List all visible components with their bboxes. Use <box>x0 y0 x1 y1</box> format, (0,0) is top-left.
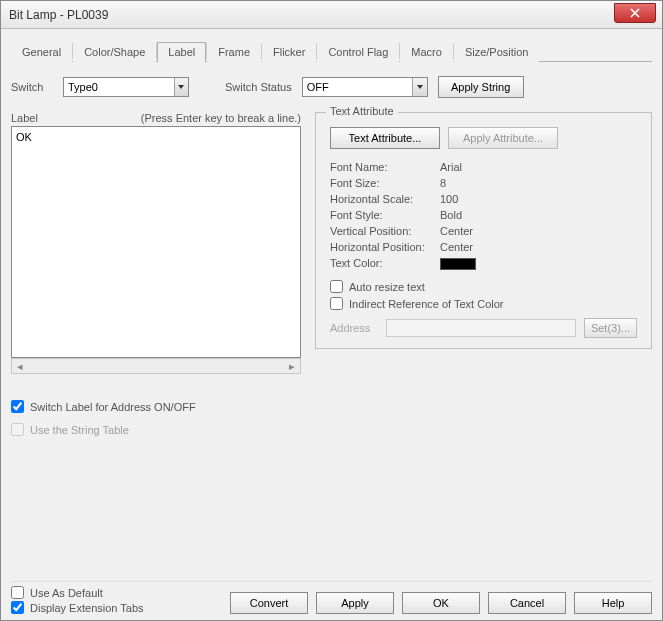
text-attribute-buttons: Text Attribute... Apply Attribute... <box>330 127 637 149</box>
font-name-value: Arial <box>440 161 637 173</box>
indirect-ref-input[interactable] <box>330 297 343 310</box>
close-button[interactable] <box>614 3 656 23</box>
switch-label-onoff-label: Switch Label for Address ON/OFF <box>30 401 196 413</box>
color-swatch <box>440 258 476 270</box>
use-string-table-label: Use the String Table <box>30 424 129 436</box>
ok-button[interactable]: OK <box>402 592 480 614</box>
text-attribute-button[interactable]: Text Attribute... <box>330 127 440 149</box>
address-row: Address Set(3)... <box>330 318 637 338</box>
text-attribute-legend: Text Attribute <box>326 105 398 117</box>
switch-combo[interactable] <box>63 77 189 97</box>
titlebar: Bit Lamp - PL0039 <box>1 1 662 29</box>
use-as-default-label: Use As Default <box>30 587 103 599</box>
chevron-down-icon[interactable] <box>412 78 426 96</box>
horizontal-scrollbar[interactable]: ◂ ▸ <box>11 358 301 374</box>
label-textarea[interactable]: OK <box>11 126 301 358</box>
font-style-label: Font Style: <box>330 209 440 221</box>
below-options: Switch Label for Address ON/OFF Use the … <box>11 400 652 436</box>
tab-label[interactable]: Label <box>157 42 206 62</box>
bottom-left: Use As Default Display Extension Tabs <box>11 586 144 614</box>
switch-status-input[interactable] <box>303 78 413 96</box>
scroll-left-icon[interactable]: ◂ <box>12 359 28 373</box>
hpos-value: Center <box>440 241 637 253</box>
label-column: Label (Press Enter key to break a line.)… <box>11 112 301 374</box>
tcolor-label: Text Color: <box>330 257 440 270</box>
vpos-value: Center <box>440 225 637 237</box>
scroll-right-icon[interactable]: ▸ <box>284 359 300 373</box>
tab-size-position[interactable]: Size/Position <box>454 42 540 62</box>
display-ext-tabs-input[interactable] <box>11 601 24 614</box>
cancel-button[interactable]: Cancel <box>488 592 566 614</box>
indirect-ref-checkbox[interactable]: Indirect Reference of Text Color <box>330 297 637 310</box>
attribute-table: Font Name: Arial Font Size: 8 Horizontal… <box>330 161 637 270</box>
vpos-label: Vertical Position: <box>330 225 440 237</box>
main-columns: Label (Press Enter key to break a line.)… <box>11 112 652 374</box>
text-attribute-group: Text Attribute Text Attribute... Apply A… <box>315 112 652 349</box>
label-header: Label (Press Enter key to break a line.) <box>11 112 301 124</box>
help-button[interactable]: Help <box>574 592 652 614</box>
font-size-value: 8 <box>440 177 637 189</box>
label-caption: Label <box>11 112 38 124</box>
address-field <box>386 319 576 337</box>
hscale-label: Horizontal Scale: <box>330 193 440 205</box>
indirect-ref-label: Indirect Reference of Text Color <box>349 298 503 310</box>
tab-frame[interactable]: Frame <box>207 42 261 62</box>
auto-resize-label: Auto resize text <box>349 281 425 293</box>
tab-macro[interactable]: Macro <box>400 42 453 62</box>
use-as-default-checkbox[interactable]: Use As Default <box>11 586 144 599</box>
switch-label-onoff-checkbox[interactable]: Switch Label for Address ON/OFF <box>11 400 652 413</box>
tab-color-shape[interactable]: Color/Shape <box>73 42 156 62</box>
address-label: Address <box>330 322 378 334</box>
display-ext-tabs-checkbox[interactable]: Display Extension Tabs <box>11 601 144 614</box>
auto-resize-checkbox[interactable]: Auto resize text <box>330 280 637 293</box>
bottom-bar: Use As Default Display Extension Tabs Co… <box>11 581 652 614</box>
tab-general[interactable]: General <box>11 42 72 62</box>
switch-label-onoff-input[interactable] <box>11 400 24 413</box>
switch-input[interactable] <box>64 78 174 96</box>
apply-string-button[interactable]: Apply String <box>438 76 524 98</box>
apply-button[interactable]: Apply <box>316 592 394 614</box>
tab-strip: GeneralColor/ShapeLabelFrameFlickerContr… <box>11 41 652 62</box>
tcolor-value <box>440 257 637 270</box>
tab-flicker[interactable]: Flicker <box>262 42 316 62</box>
set-button: Set(3)... <box>584 318 637 338</box>
auto-resize-input[interactable] <box>330 280 343 293</box>
switch-status-combo[interactable] <box>302 77 428 97</box>
switch-label: Switch <box>11 81 53 93</box>
convert-button[interactable]: Convert <box>230 592 308 614</box>
switch-status-label: Switch Status <box>225 81 292 93</box>
use-as-default-input[interactable] <box>11 586 24 599</box>
hscale-value: 100 <box>440 193 637 205</box>
tab-control-flag[interactable]: Control Flag <box>317 42 399 62</box>
font-name-label: Font Name: <box>330 161 440 173</box>
apply-attribute-button: Apply Attribute... <box>448 127 558 149</box>
chevron-down-icon[interactable] <box>174 78 188 96</box>
dialog-window: Bit Lamp - PL0039 GeneralColor/ShapeLabe… <box>0 0 663 621</box>
hpos-label: Horizontal Position: <box>330 241 440 253</box>
bottom-buttons: Convert Apply OK Cancel Help <box>230 592 652 614</box>
use-string-table-checkbox: Use the String Table <box>11 423 652 436</box>
font-style-value: Bold <box>440 209 637 221</box>
use-string-table-input <box>11 423 24 436</box>
label-hint: (Press Enter key to break a line.) <box>141 112 301 124</box>
text-attribute-column: Text Attribute Text Attribute... Apply A… <box>315 112 652 374</box>
close-icon <box>630 8 640 18</box>
client-area: GeneralColor/ShapeLabelFrameFlickerContr… <box>1 29 662 620</box>
display-ext-tabs-label: Display Extension Tabs <box>30 602 144 614</box>
window-title: Bit Lamp - PL0039 <box>9 8 108 22</box>
switch-row: Switch Switch Status Apply String <box>11 76 652 98</box>
font-size-label: Font Size: <box>330 177 440 189</box>
